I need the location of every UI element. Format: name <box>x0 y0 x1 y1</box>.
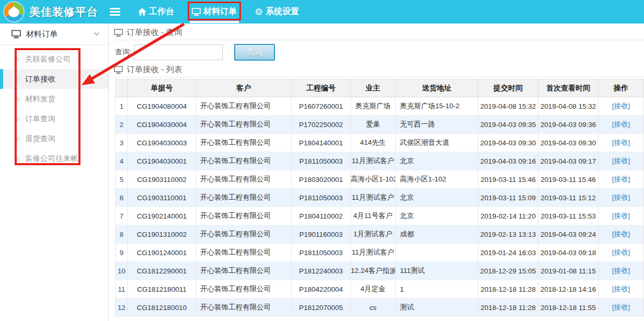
query-input[interactable] <box>134 44 223 60</box>
cell-submit_time: 2018-12-18 11:28 <box>478 299 538 317</box>
nav-item-workbench[interactable]: 工作台 <box>138 0 174 24</box>
monitor-icon <box>114 66 123 74</box>
cell-first_view_time: 2018-12-18 14:16 <box>538 280 599 299</box>
sidebar-item-label: 订单查询 <box>25 114 55 124</box>
table-row: 9CG1901240001开心装饰工程有限公司P181105000311月测试客… <box>116 244 644 262</box>
cell-doc_no: CG1904080004 <box>128 97 196 116</box>
sidebar-item-label: 关联装修公司 <box>25 54 71 64</box>
nav-item-material-orders[interactable]: 材料订单 <box>192 0 237 24</box>
cell-owner: 1月测试客户 <box>351 225 396 244</box>
cell-no: 6 <box>116 189 128 207</box>
sidebar-item[interactable]: 装修公司往来帐 <box>0 148 108 168</box>
receive-link[interactable]: [接收] <box>612 230 630 238</box>
cell-owner: 爱巢 <box>351 116 396 134</box>
receive-link[interactable]: [接收] <box>612 212 630 220</box>
cell-no: 10 <box>116 262 128 280</box>
cell-action: [接收] <box>599 262 644 280</box>
receive-link[interactable]: [接收] <box>612 303 630 311</box>
cell-customer: 开心装饰工程有限公司 <box>196 207 292 225</box>
cell-owner: 414先生 <box>351 134 396 152</box>
cell-customer: 开心装饰工程有限公司 <box>196 134 292 152</box>
bullet-icon <box>16 157 19 160</box>
column-header: 提交时间 <box>478 79 538 97</box>
cell-submit_time: 2019-04-08 15:32 <box>478 97 538 116</box>
cell-project_no: P1811050003 <box>292 152 351 170</box>
table-row: 5CG1903110002开心装饰工程有限公司P1803020001高海小区1-… <box>116 170 644 189</box>
home-icon <box>138 8 146 16</box>
app-title: 美佳装修平台 <box>29 5 98 19</box>
query-button[interactable]: 查询 <box>234 44 275 61</box>
sidebar-menu: 关联装修公司订单接收材料发货订单查询退货查询装修公司往来帐 <box>0 45 108 168</box>
cell-doc_no: CG1901310002 <box>128 225 196 244</box>
receive-link[interactable]: [接收] <box>612 120 630 128</box>
cell-no: 12 <box>116 299 128 317</box>
query-section-title-text: 订单接收 - 查询 <box>126 27 182 38</box>
cell-owner: 4月定金 <box>351 280 396 299</box>
section-divider <box>114 77 644 77</box>
table-row: 2CG1904030004开心装饰工程有限公司P1702250002爱巢无可西一… <box>116 116 644 134</box>
column-header <box>116 79 128 97</box>
cell-owner: 11月测试客户 <box>351 152 396 170</box>
menu-toggle-icon[interactable] <box>110 6 120 17</box>
receive-link[interactable]: [接收] <box>612 157 630 165</box>
receive-link[interactable]: [接收] <box>612 139 630 146</box>
cell-customer: 开心装饰工程有限公司 <box>196 97 292 116</box>
column-header: 单据号 <box>128 79 196 97</box>
sidebar-item-label: 材料发货 <box>25 94 55 104</box>
cell-customer: 开心装饰工程有限公司 <box>196 280 292 299</box>
receive-link[interactable]: [接收] <box>612 248 630 256</box>
cell-doc_no: CG1903110001 <box>128 189 196 207</box>
sidebar-item[interactable]: 关联装修公司 <box>0 49 108 69</box>
cell-action: [接收] <box>599 134 644 152</box>
cell-first_view_time: 2019-03-11 15:12 <box>538 189 599 207</box>
cell-project_no: P1804140001 <box>292 134 351 152</box>
receive-link[interactable]: [接收] <box>612 102 630 110</box>
cell-doc_no: CG1901240001 <box>128 244 196 262</box>
cell-customer: 开心装饰工程有限公司 <box>196 244 292 262</box>
sidebar-item[interactable]: 订单查询 <box>0 109 108 129</box>
column-header: 操作 <box>599 79 644 97</box>
cell-address: 测试 <box>396 299 478 317</box>
cell-action: [接收] <box>599 207 644 225</box>
table-header-row: 单据号客户工程编号业主送货地址提交时间首次查看时间操作 <box>116 79 644 97</box>
bullet-icon <box>16 137 19 141</box>
cell-action: [接收] <box>599 225 644 244</box>
cell-project_no: P1901160003 <box>292 225 351 244</box>
table-body: 1CG1904080004开心装饰工程有限公司P1607260001奥克斯广场奥… <box>116 97 644 317</box>
topbar: 美佳装修平台 工作台 材料订单 ⚙ 系统设置 <box>0 0 644 24</box>
table-row: 6CG1903110001开心装饰工程有限公司P181105000311月测试客… <box>116 189 644 207</box>
cell-submit_time: 2019-02-13 13:13 <box>478 225 538 244</box>
nav-item-system-settings[interactable]: ⚙ 系统设置 <box>255 0 299 24</box>
cell-first_view_time: 2019-04-03 09:17 <box>538 152 599 170</box>
cell-address: 北京 <box>396 189 478 207</box>
receive-link[interactable]: [接收] <box>612 175 630 183</box>
table-row: 8CG1901310002开心装饰工程有限公司P19011600031月测试客户… <box>116 225 644 244</box>
sidebar-item[interactable]: 材料发货 <box>0 89 108 109</box>
cell-address: 无可西一路 <box>396 116 478 134</box>
cell-action: [接收] <box>599 116 644 134</box>
sidebar-header-label: 材料订单 <box>26 29 58 39</box>
sidebar: 材料订单 关联装修公司订单接收材料发货订单查询退货查询装修公司往来帐 <box>0 24 108 321</box>
cell-submit_time: 2019-04-03 09:35 <box>478 116 538 134</box>
cell-address: 成都 <box>396 225 478 244</box>
chevron-down-icon[interactable] <box>94 32 100 36</box>
monitor-icon <box>12 30 21 39</box>
cell-action: [接收] <box>599 97 644 116</box>
sidebar-item[interactable]: 订单接收 <box>0 69 108 89</box>
cell-first_view_time: 2019-04-08 15:32 <box>538 97 599 116</box>
sidebar-header-material-orders[interactable]: 材料订单 <box>0 24 108 44</box>
cell-project_no: P1803020001 <box>292 170 351 189</box>
cell-no: 7 <box>116 207 128 225</box>
sidebar-item[interactable]: 退货查询 <box>0 129 108 148</box>
receive-link[interactable]: [接收] <box>612 267 630 274</box>
cell-doc_no: CG1904030004 <box>128 116 196 134</box>
cell-customer: 开心装饰工程有限公司 <box>196 262 292 280</box>
receive-link[interactable]: [接收] <box>612 285 630 293</box>
receive-link[interactable]: [接收] <box>612 193 630 201</box>
cell-action: [接收] <box>599 189 644 207</box>
orders-table: 单据号客户工程编号业主送货地址提交时间首次查看时间操作 1CG190408000… <box>115 79 644 317</box>
cell-project_no: P1804220004 <box>292 280 351 299</box>
cell-address: 北京 <box>396 152 478 170</box>
cell-project_no: P1812240003 <box>292 262 351 280</box>
cell-action: [接收] <box>599 299 644 317</box>
